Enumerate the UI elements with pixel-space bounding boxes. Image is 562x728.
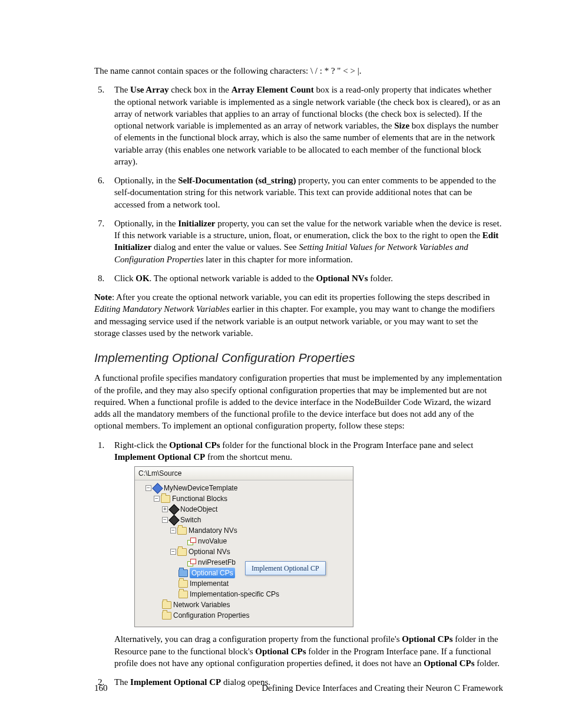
expand-icon[interactable]: +: [162, 506, 168, 512]
tree-row-implcps[interactable]: Implementation-specific CPs: [137, 589, 351, 599]
tree-row-fb[interactable]: − Functional Blocks: [137, 493, 351, 504]
tree-header: C:\Lm\Source: [135, 467, 353, 480]
collapse-icon[interactable]: −: [170, 549, 176, 555]
variable-icon: [187, 559, 196, 566]
tree-label: Implementat: [190, 579, 229, 588]
section-intro: A functional profile specifies mandatory…: [94, 372, 503, 431]
note-paragraph: Note: After you create the optional netw…: [94, 291, 503, 339]
tree-label: Network Variables: [173, 600, 230, 610]
tree-body: − MyNewDeviceTemplate − Functional Block…: [135, 480, 353, 627]
block-icon: [168, 515, 179, 525]
variable-icon: [187, 538, 196, 545]
tree-label: nviPresetFb: [198, 558, 236, 567]
collapse-icon[interactable]: −: [154, 496, 160, 502]
block-icon: [168, 504, 179, 515]
folder-icon: [178, 569, 188, 577]
top-note: The name cannot contain spaces or the fo…: [94, 65, 503, 77]
tree-label: Functional Blocks: [172, 494, 227, 503]
page: The name cannot contain spaces or the fo…: [0, 0, 562, 728]
tree-label: NodeObject: [180, 505, 217, 514]
folder-icon: [177, 527, 187, 535]
footer-title: Defining Device Interfaces and Creating …: [262, 682, 503, 694]
tree-panel: C:\Lm\Source − MyNewDeviceTemplate − Fun…: [134, 466, 353, 627]
collapse-icon[interactable]: −: [146, 485, 151, 491]
tree-row-netvars[interactable]: Network Variables: [137, 599, 351, 610]
context-menu-item[interactable]: Implement Optional CP: [245, 561, 326, 575]
tree-label: Optional NVs: [189, 547, 230, 556]
list-item-6: 6. Optionally, in the Self-Documentation…: [94, 174, 503, 210]
list-item-7: 7. Optionally, in the Initializer proper…: [94, 218, 503, 265]
ordered-list-a: 5. The Use Array check box in the Array …: [94, 84, 503, 284]
collapse-icon[interactable]: −: [170, 528, 176, 533]
tree-row-nodeobject[interactable]: + NodeObject: [137, 504, 351, 515]
page-number: 160: [94, 682, 108, 694]
collapse-icon[interactable]: −: [162, 517, 168, 523]
step-1: 1. Right-click the Optional CPs folder f…: [94, 439, 503, 669]
tree-label: Configuration Properties: [173, 611, 249, 620]
tree-label: Implementation-specific CPs: [190, 589, 279, 599]
ordered-list-b: 1. Right-click the Optional CPs folder f…: [94, 439, 503, 689]
folder-icon: [161, 495, 170, 503]
list-item-8: 8. Click OK. The optional network variab…: [94, 272, 503, 284]
tree-row-optnvs[interactable]: − Optional NVs: [137, 546, 351, 557]
tree-row-cfgprops[interactable]: Configuration Properties: [137, 610, 351, 621]
page-footer: 160 Defining Device Interfaces and Creat…: [94, 682, 503, 694]
tree-label: Switch: [180, 515, 201, 525]
tree-row-switch[interactable]: − Switch: [137, 515, 351, 525]
tree-figure: C:\Lm\Source − MyNewDeviceTemplate − Fun…: [114, 463, 503, 633]
folder-icon: [162, 612, 171, 620]
folder-icon: [178, 580, 188, 588]
tree-label: Mandatory NVs: [189, 526, 237, 535]
tree-label-selected: Optional CPs: [190, 568, 235, 578]
tree-label: MyNewDeviceTemplate: [164, 483, 237, 493]
tree-row-nvo[interactable]: nvoValue: [137, 536, 351, 546]
tree-row-root[interactable]: − MyNewDeviceTemplate: [137, 483, 351, 493]
tree-row-implnvs[interactable]: Implementat: [137, 578, 351, 589]
folder-icon: [178, 591, 188, 598]
tree-row-mandnvs[interactable]: − Mandatory NVs: [137, 525, 351, 536]
tree-label: nvoValue: [198, 536, 227, 546]
template-icon: [152, 483, 163, 493]
step-1-alt: Alternatively, you can drag a configurat…: [114, 633, 503, 669]
folder-icon: [162, 601, 171, 609]
section-heading: Implementing Optional Configuration Prop…: [94, 350, 503, 366]
folder-icon: [177, 548, 187, 556]
list-item-5: 5. The Use Array check box in the Array …: [94, 84, 503, 167]
